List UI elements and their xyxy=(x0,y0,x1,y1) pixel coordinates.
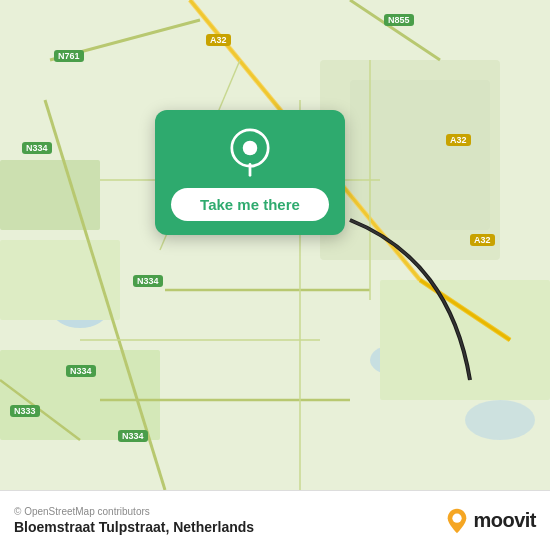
map-credit: © OpenStreetMap contributors xyxy=(14,506,254,517)
road-badge-n334-1: N334 xyxy=(22,142,52,154)
svg-rect-6 xyxy=(350,80,490,230)
svg-point-4 xyxy=(465,400,535,440)
moovit-logo: moovit xyxy=(445,507,536,535)
moovit-pin-icon xyxy=(445,507,469,535)
moovit-text: moovit xyxy=(473,509,536,532)
bottom-bar: © OpenStreetMap contributors Bloemstraat… xyxy=(0,490,550,550)
road-badge-n333: N333 xyxy=(10,405,40,417)
map-container: N761 N334 N334 N334 N334 N333 N855 A32 A… xyxy=(0,0,550,490)
map-svg xyxy=(0,0,550,490)
svg-rect-9 xyxy=(380,280,550,400)
road-badge-a32-1: A32 xyxy=(206,34,231,46)
road-badge-n334-3: N334 xyxy=(66,365,96,377)
location-pin-icon xyxy=(225,128,275,178)
svg-rect-10 xyxy=(0,160,100,230)
svg-rect-7 xyxy=(0,240,120,320)
location-label: Bloemstraat Tulpstraat, Netherlands xyxy=(14,519,254,535)
road-badge-n761: N761 xyxy=(54,50,84,62)
svg-point-28 xyxy=(453,513,462,522)
road-badge-n855: N855 xyxy=(384,14,414,26)
road-badge-n334-2: N334 xyxy=(133,275,163,287)
svg-point-27 xyxy=(243,141,258,156)
map-card: Take me there xyxy=(155,110,345,235)
road-badge-a32-3: A32 xyxy=(470,234,495,246)
bottom-info: © OpenStreetMap contributors Bloemstraat… xyxy=(14,506,254,535)
take-me-there-button[interactable]: Take me there xyxy=(171,188,329,221)
road-badge-a32-2: A32 xyxy=(446,134,471,146)
road-badge-n334-4: N334 xyxy=(118,430,148,442)
